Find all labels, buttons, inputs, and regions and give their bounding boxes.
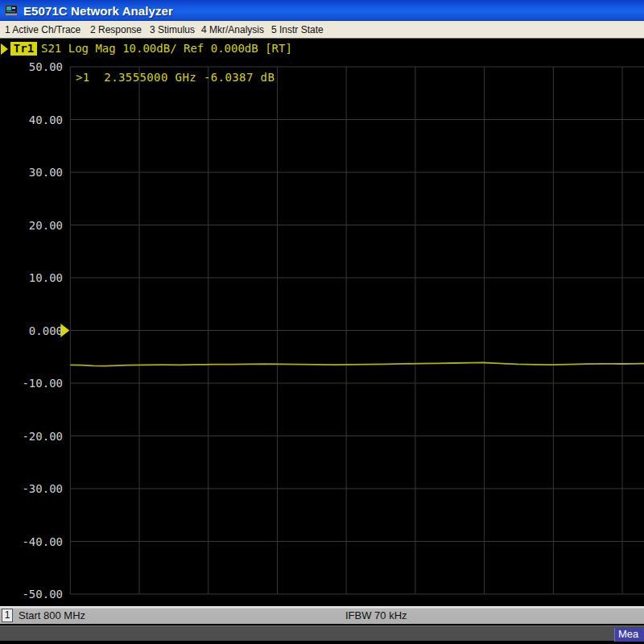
- taskbar-strip-inner: Mea: [0, 625, 644, 641]
- y-axis-label: -20.00: [14, 429, 63, 444]
- meas-taskbar-button[interactable]: Mea: [614, 628, 644, 642]
- app-icon: [5, 5, 18, 16]
- y-axis-label: 50.00: [14, 60, 63, 74]
- taskbar-strip: Mea: [0, 624, 644, 644]
- y-axis-label: 30.00: [14, 165, 63, 180]
- channel-indicator: 1: [2, 609, 13, 622]
- menu-instr-state[interactable]: 5 Instr State: [271, 24, 324, 35]
- trace1-label[interactable]: Tr1: [10, 42, 37, 56]
- y-axis-label: -40.00: [14, 535, 63, 549]
- y-axis-label: -10.00: [14, 376, 63, 390]
- menu-bar: 1 Active Ch/Trace 2 Response 3 Stimulus …: [0, 21, 644, 39]
- y-axis-label: -50.00: [14, 587, 63, 601]
- window-title: E5071C Network Analyzer: [23, 4, 173, 18]
- graph-plot: [0, 0, 644, 644]
- menu-active-ch-trace[interactable]: 1 Active Ch/Trace: [5, 24, 80, 35]
- status-bar: 1 Start 800 MHz IFBW 70 kHz: [0, 606, 644, 624]
- menu-response[interactable]: 2 Response: [90, 24, 142, 35]
- title-bar[interactable]: E5071C Network Analyzer: [0, 0, 644, 21]
- trace1-settings[interactable]: S21 Log Mag 10.00dB/ Ref 0.000dB [RT]: [41, 42, 292, 56]
- start-frequency-label: Start 800 MHz: [19, 609, 85, 621]
- ifbw-label: IFBW 70 kHz: [345, 609, 407, 621]
- y-axis-label: -30.00: [14, 481, 63, 496]
- y-axis-label: 40.00: [14, 113, 63, 127]
- menu-mkr-analysis[interactable]: 4 Mkr/Analysis: [201, 24, 264, 35]
- marker1-readout: >1 2.3555000 GHz -6.0387 dB: [76, 71, 275, 84]
- y-axis-label: 20.00: [14, 218, 63, 233]
- y-axis-label: 0.000: [14, 324, 63, 338]
- y-axis-label: 10.00: [14, 270, 63, 285]
- menu-stimulus[interactable]: 3 Stimulus: [150, 24, 195, 35]
- analyzer-window: E5071C Network Analyzer 1 Active Ch/Trac…: [0, 0, 644, 644]
- active-trace-pointer-icon: [1, 43, 8, 55]
